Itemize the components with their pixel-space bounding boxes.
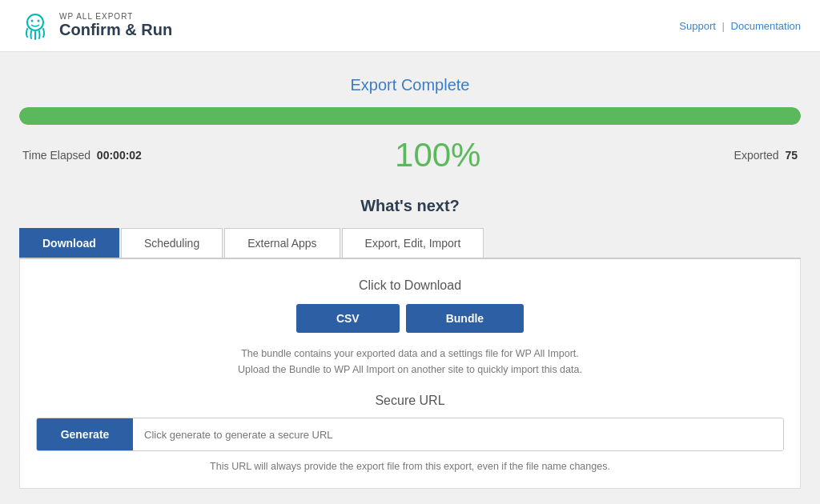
- tab-scheduling[interactable]: Scheduling: [121, 228, 223, 258]
- progress-bar-fill: [19, 107, 801, 125]
- top-links: Support | Documentation: [679, 20, 801, 32]
- click-to-download-label: Click to Download: [36, 278, 784, 293]
- time-elapsed: Time Elapsed 00:00:02: [22, 149, 142, 162]
- exported-value: 75: [785, 149, 798, 162]
- link-separator: |: [722, 20, 725, 32]
- bundle-note: The bundle contains your exported data a…: [36, 346, 784, 378]
- octopus-logo-icon: [19, 10, 51, 42]
- logo-subtitle: WP ALL EXPORT: [59, 12, 172, 21]
- exported-count: Exported 75: [734, 149, 798, 162]
- percent-display: 100%: [395, 136, 480, 174]
- whats-next-title: What's next?: [19, 197, 801, 215]
- documentation-link[interactable]: Documentation: [731, 20, 801, 32]
- logo-text: WP ALL EXPORT Confirm & Run: [59, 12, 172, 39]
- csv-download-button[interactable]: CSV: [296, 304, 400, 333]
- secure-url-row: Generate: [36, 418, 784, 451]
- secure-url-note: This URL will always provide the export …: [36, 461, 784, 472]
- tab-download[interactable]: Download: [19, 228, 119, 258]
- logo-title: Confirm & Run: [59, 21, 172, 39]
- support-link[interactable]: Support: [679, 20, 716, 32]
- svg-point-2: [38, 20, 40, 22]
- export-complete-title: Export Complete: [19, 76, 801, 94]
- main-content: Export Complete Time Elapsed 00:00:02 10…: [0, 52, 820, 504]
- generate-url-button[interactable]: Generate: [37, 418, 133, 450]
- time-elapsed-label: Time Elapsed: [22, 149, 90, 162]
- progress-bar-container: [19, 107, 801, 125]
- tab-external-apps[interactable]: External Apps: [224, 228, 340, 258]
- svg-point-0: [27, 14, 43, 30]
- bundle-download-button[interactable]: Bundle: [406, 304, 524, 333]
- tabs-row: Download Scheduling External Apps Export…: [19, 228, 801, 259]
- stats-row: Time Elapsed 00:00:02 100% Exported 75: [19, 136, 801, 174]
- secure-url-input[interactable]: [133, 419, 783, 450]
- time-elapsed-value: 00:00:02: [97, 149, 142, 162]
- bundle-note-line2: Upload the Bundle to WP All Import on an…: [238, 364, 582, 375]
- svg-point-1: [31, 20, 34, 22]
- tab-export-edit-import[interactable]: Export, Edit, Import: [342, 228, 484, 258]
- logo-area: WP ALL EXPORT Confirm & Run: [19, 10, 172, 42]
- download-buttons: CSV Bundle: [36, 304, 784, 333]
- top-bar: WP ALL EXPORT Confirm & Run Support | Do…: [0, 0, 820, 52]
- secure-url-title: Secure URL: [36, 394, 784, 408]
- exported-label: Exported: [734, 149, 779, 162]
- bundle-note-line1: The bundle contains your exported data a…: [241, 348, 579, 359]
- download-tab-content: Click to Download CSV Bundle The bundle …: [19, 259, 801, 489]
